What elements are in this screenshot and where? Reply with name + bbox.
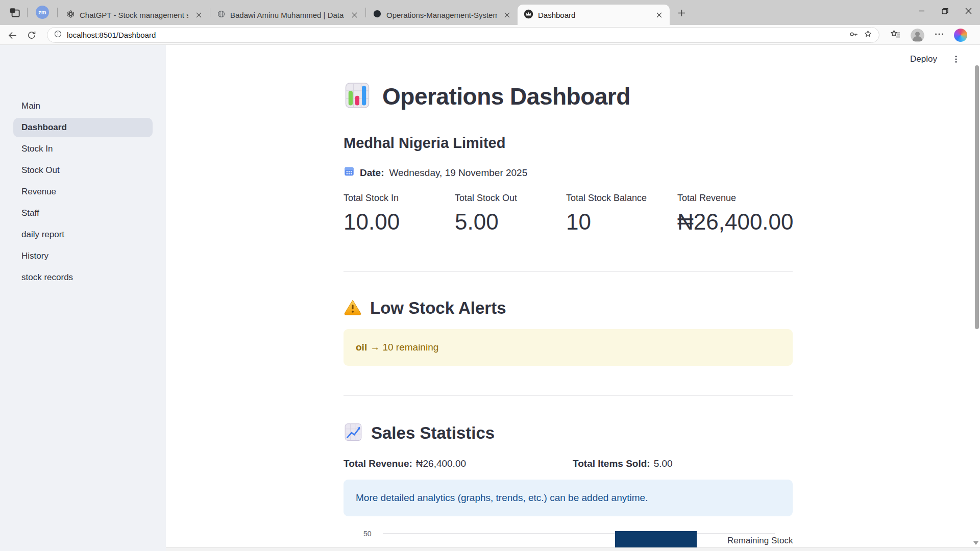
sidebar-item-daily-report[interactable]: daily report — [13, 225, 153, 244]
close-tab-icon[interactable] — [501, 9, 512, 20]
chart-y-tick: 50 — [363, 530, 372, 538]
tab-separator — [57, 8, 58, 17]
sidebar-item-dashboard[interactable]: Dashboard — [13, 118, 153, 137]
sidebar-item-revenue[interactable]: Revenue — [13, 182, 153, 202]
stat-label: Total Revenue: — [344, 458, 412, 469]
refresh-button[interactable] — [24, 28, 39, 42]
tab-badawi[interactable]: Badawi Aminu Muhammed | Data — [211, 5, 365, 25]
date-label: Date: — [360, 167, 384, 179]
back-button[interactable] — [5, 28, 19, 42]
tab-chatgpt[interactable]: ChatGPT - Stock management sys — [60, 5, 209, 25]
sidebar-item-history[interactable]: History — [13, 246, 153, 266]
site-info-icon[interactable] — [54, 30, 62, 40]
app-main: Deploy Operations Dashboard Medhal Niger… — [166, 45, 980, 551]
date-row: Date: Wednesday, 19 November 2025 — [344, 166, 793, 180]
sales-heading-row: Sales Statistics — [344, 422, 793, 444]
sidebar-item-main[interactable]: Main — [13, 96, 153, 116]
metric-label: Total Stock In — [344, 193, 455, 204]
low-stock-heading-row: Low Stock Alerts — [344, 298, 793, 318]
section-divider — [344, 395, 793, 396]
profile-avatar[interactable] — [911, 29, 924, 42]
stat-label: Total Items Sold: — [573, 458, 650, 469]
tab-title: ChatGPT - Stock management sys — [80, 11, 188, 19]
section-divider — [344, 271, 793, 272]
new-tab-button[interactable] — [676, 7, 687, 18]
close-tab-icon[interactable] — [653, 9, 665, 20]
stat-value: ₦26,400.00 — [416, 458, 466, 469]
sidebar-item-stock-out[interactable]: Stock Out — [13, 161, 153, 180]
chart-legend-label: Remaining Stock — [727, 536, 793, 546]
sidebar-nav: Main Dashboard Stock In Stock Out Revenu… — [0, 45, 166, 287]
low-stock-heading: Low Stock Alerts — [370, 298, 506, 318]
metric-total-stock-out: Total Stock Out 5.00 — [455, 193, 566, 235]
metric-value: 5.00 — [455, 209, 566, 235]
browser-toolbar: localhost:8501/Dashboard — [0, 25, 980, 45]
tab-title: Dashboard — [538, 11, 649, 19]
metrics-row: Total Stock In 10.00 Total Stock Out 5.0… — [344, 193, 793, 235]
stat-value: 5.00 — [654, 458, 673, 469]
metric-value: 10.00 — [344, 209, 455, 235]
copilot-icon[interactable] — [954, 29, 967, 42]
alert-item-detail: → 10 remaining — [370, 342, 438, 353]
github-icon — [373, 9, 382, 20]
info-box: More detailed analytics (graphs, trends,… — [344, 480, 793, 516]
low-stock-alert-box: oil → 10 remaining — [344, 329, 793, 366]
close-tab-icon[interactable] — [349, 9, 360, 20]
favorite-star-icon[interactable] — [863, 29, 873, 41]
tab-title: Operations-Management-System — [386, 11, 497, 19]
page-title-row: Operations Dashboard — [344, 82, 793, 111]
metric-value: 10 — [566, 209, 677, 235]
tab-dashboard-active[interactable]: Dashboard — [518, 5, 670, 25]
password-key-icon[interactable] — [848, 29, 859, 41]
metric-label: Total Stock Out — [455, 193, 566, 204]
page-title: Operations Dashboard — [382, 83, 630, 110]
browser-titlebar: zm ChatGPT - Stock management sys Badawi… — [0, 0, 980, 25]
sidebar-item-staff[interactable]: Staff — [13, 204, 153, 223]
address-bar[interactable]: localhost:8501/Dashboard — [47, 27, 879, 43]
page-title-text: Operations Dashboard — [382, 83, 630, 110]
restore-button[interactable] — [933, 0, 957, 21]
app-header: Deploy — [166, 45, 980, 73]
tab-title: Badawi Aminu Muhammed | Data — [230, 11, 344, 19]
deploy-button[interactable]: Deploy — [910, 54, 937, 64]
scrollbar-down-arrow-icon[interactable] — [973, 541, 978, 545]
calendar-icon — [344, 166, 355, 180]
close-window-button[interactable] — [957, 0, 980, 21]
chart-increasing-icon — [344, 422, 363, 444]
metric-label: Total Revenue — [677, 193, 793, 204]
settings-menu-icon[interactable] — [934, 29, 945, 42]
warning-icon — [344, 299, 362, 317]
tab-github[interactable]: Operations-Management-System — [366, 5, 518, 25]
streamlit-crown-icon — [524, 9, 533, 21]
metric-total-stock-in: Total Stock In 10.00 — [344, 193, 455, 235]
metric-value: ₦26,400.00 — [677, 209, 793, 235]
sales-heading: Sales Statistics — [371, 423, 495, 443]
company-name: Medhal Nigeria Limited — [344, 135, 793, 152]
info-text: More detailed analytics (graphs, trends,… — [356, 492, 648, 504]
app-sidebar: Main Dashboard Stock In Stock Out Revenu… — [0, 45, 166, 551]
pinned-tab-zm[interactable]: zm — [35, 5, 50, 19]
date-value: Wednesday, 19 November 2025 — [389, 167, 528, 179]
globe-icon — [217, 10, 226, 20]
metric-total-stock-balance: Total Stock Balance 10 — [566, 193, 677, 235]
tab-separator — [210, 8, 210, 17]
tab-actions-icon[interactable] — [8, 6, 21, 19]
minimize-button[interactable] — [910, 0, 933, 21]
total-items-sold-stat: Total Items Sold: 5.00 — [573, 458, 673, 469]
openai-icon — [66, 10, 75, 20]
total-revenue-stat: Total Revenue: ₦26,400.00 — [344, 458, 573, 469]
close-tab-icon[interactable] — [193, 9, 204, 20]
metric-label: Total Stock Balance — [566, 193, 677, 204]
sidebar-item-stock-in[interactable]: Stock In — [13, 139, 153, 159]
tab-separator — [365, 8, 366, 17]
bar-chart-emoji-icon — [344, 82, 371, 111]
tab-separator — [27, 8, 28, 17]
sidebar-item-stock-records[interactable]: stock records — [13, 268, 153, 287]
page-scrollbar-thumb[interactable] — [975, 65, 979, 329]
bottom-edge-strip — [166, 547, 980, 551]
chart-gridline — [383, 533, 775, 534]
alert-item-name: oil — [356, 342, 367, 353]
kebab-menu-icon[interactable] — [949, 53, 963, 66]
favorites-hub-icon[interactable] — [889, 28, 901, 42]
url-text[interactable]: localhost:8501/Dashboard — [67, 31, 844, 39]
